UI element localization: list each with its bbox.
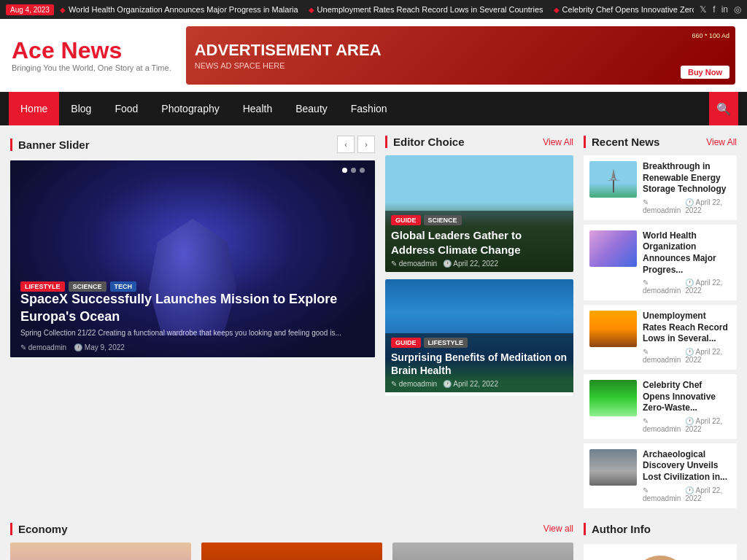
nav-items: Home Blog Food Photography Health Beauty… [9, 92, 399, 125]
slider-dot-2[interactable] [351, 168, 356, 173]
slider-dot-1[interactable] [342, 168, 347, 173]
economy-cards: HEALTH ◆ LIFESTYLE Technique Offers Hope… [10, 542, 573, 561]
logo-subtitle: Bringing You the World, One Story at a T… [12, 63, 171, 72]
tag-science: SCIENCE [69, 281, 107, 292]
recent-news-item-2[interactable]: World Health Organization Announces Majo… [584, 225, 737, 300]
editor-card-2-overlay: GUIDE LIFESTYLE Surprising Benefits of M… [385, 333, 573, 392]
recent-news-meta-4: ✎ demoadmin 🕐 April 22, 2022 [643, 417, 731, 433]
rn-date-3: 🕐 April 22, 2022 [685, 348, 731, 364]
slider-image: LIFESTYLE SCIENCE TECH SpaceX Successful… [10, 160, 375, 357]
header: Ace News Bringing You the World, One Sto… [0, 19, 747, 92]
banner-section-header: Banner Slider ‹ › [10, 136, 375, 153]
economy-card-1-img [10, 542, 191, 561]
editor-card-1-overlay: GUIDE SCIENCE Global Leaders Gather to A… [385, 211, 573, 272]
editor-card-2-date: 🕐 April 22, 2022 [443, 380, 498, 388]
windmill-icon [603, 165, 624, 194]
editor-view-all[interactable]: View All [543, 137, 573, 147]
recent-news-title-4: Celebrity Chef Opens Innovative Zero-Was… [643, 380, 731, 414]
tag-science-1: SCIENCE [424, 215, 462, 225]
recent-thumb-2 [589, 230, 637, 267]
editor-card-1-date: 🕐 April 22, 2022 [443, 260, 498, 268]
main-content: Banner Slider ‹ › LIFESTYLE SCIENCE TECH [0, 125, 747, 523]
recent-section-title: Recent News [584, 136, 659, 148]
rn-author-4: ✎ demoadmin [643, 417, 681, 433]
editor-card-1-title: Global Leaders Gather to Address Climate… [391, 228, 568, 257]
recent-news-content-4: Celebrity Chef Opens Innovative Zero-Was… [643, 380, 731, 433]
bottom-section: Economy View all HEALTH ◆ LIFESTYLE Tech… [0, 523, 747, 561]
nav-item-home[interactable]: Home [9, 92, 59, 125]
editor-card-2-img: GUIDE LIFESTYLE Surprising Benefits of M… [385, 279, 573, 396]
recent-thumb-3 [589, 311, 637, 347]
economy-view-all[interactable]: View all [543, 524, 573, 534]
wind-thumb-bg [589, 161, 637, 198]
slider-tags: LIFESTYLE SCIENCE TECH [20, 281, 136, 292]
recent-thumb-1 [589, 161, 637, 198]
ruin-thumb-bg [589, 449, 637, 486]
rn-author-5: ✎ demoadmin [643, 486, 681, 502]
editor-card-1-author: ✎ demoadmin [391, 260, 437, 268]
ticker-items: ◆ World Health Organization Announces Ma… [60, 5, 694, 14]
editor-card-1-img: GUIDE SCIENCE Global Leaders Gather to A… [385, 155, 573, 272]
author-avatar [631, 556, 689, 561]
nav-item-fashion[interactable]: Fashion [339, 92, 399, 125]
recent-view-all[interactable]: View All [706, 137, 737, 147]
economy-title: Economy [10, 523, 68, 535]
author-box: Jane doe California, USA [584, 544, 737, 561]
linkedin-icon[interactable]: in [721, 4, 728, 15]
facebook-icon[interactable]: f [713, 4, 715, 15]
banner-slider-column: Banner Slider ‹ › LIFESTYLE SCIENCE TECH [10, 136, 375, 513]
nav-item-photography[interactable]: Photography [150, 92, 231, 125]
svg-rect-5 [631, 556, 689, 561]
recent-news-meta-5: ✎ demoadmin 🕐 April 22, 2022 [643, 486, 731, 502]
slider-next-button[interactable]: › [357, 136, 375, 153]
economy-card-3-img: 📱 [392, 542, 573, 561]
nav-item-blog[interactable]: Blog [59, 92, 103, 125]
author-info-column: Author Info Jane doe California, USA [584, 523, 737, 561]
slider-prev-button[interactable]: ‹ [337, 136, 355, 153]
tag-lifestyle: LIFESTYLE [20, 281, 65, 292]
slider-nav: ‹ › [337, 136, 375, 153]
tag-guide-1: GUIDE [391, 215, 421, 225]
nav-item-food[interactable]: Food [103, 92, 150, 125]
editor-card-2-tags: GUIDE LIFESTYLE [391, 338, 568, 348]
recent-news-title-2: World Health Organization Announces Majo… [643, 230, 731, 276]
nav-item-beauty[interactable]: Beauty [284, 92, 339, 125]
editor-card-2: GUIDE LIFESTYLE Surprising Benefits of M… [385, 279, 573, 396]
svg-marker-1 [614, 168, 616, 179]
author-info-title: Author Info [584, 523, 737, 535]
economy-section: Economy View all HEALTH ◆ LIFESTYLE Tech… [10, 523, 573, 561]
ad-buy-button[interactable]: Buy Now [681, 66, 729, 79]
search-icon: 🔍 [716, 102, 731, 116]
editor-card-1-meta: ✎ demoadmin 🕐 April 22, 2022 [391, 260, 568, 268]
economy-card-1: HEALTH ◆ LIFESTYLE Technique Offers Hope… [10, 542, 191, 561]
recent-thumb-5 [589, 449, 637, 486]
recent-news-meta-3: ✎ demoadmin 🕐 April 22, 2022 [643, 348, 731, 364]
rn-author-2: ✎ demoadmin [643, 279, 681, 295]
recent-news-item-4[interactable]: Celebrity Chef Opens Innovative Zero-Was… [584, 374, 737, 439]
recent-news-meta-1: ✎ demoadmin 🕐 April 22, 2022 [643, 198, 731, 214]
economy-card-2-img: 🥽 [201, 542, 382, 561]
recent-thumb-4 [589, 380, 637, 416]
ticker-item: ◆ World Health Organization Announces Ma… [60, 5, 298, 14]
rn-author-3: ✎ demoadmin [643, 348, 681, 364]
ticker-item-3: ◆ Celebrity Chef Opens Innovative Zero-W… [554, 5, 694, 14]
tag-tech: TECH [110, 281, 137, 292]
recent-news-title-1: Breakthrough in Renewable Energy Storage… [643, 161, 731, 195]
recent-news-item-3[interactable]: Unemployment Rates Reach Record Lows in … [584, 305, 737, 370]
editor-card-1-tags: GUIDE SCIENCE [391, 215, 568, 225]
instagram-icon[interactable]: ◎ [734, 4, 741, 15]
nav-item-health[interactable]: Health [231, 92, 284, 125]
recent-news-item-1[interactable]: Breakthrough in Renewable Energy Storage… [584, 155, 737, 220]
search-button[interactable]: 🔍 [709, 92, 738, 125]
editor-card-2-meta: ✎ demoadmin 🕐 April 22, 2022 [391, 380, 568, 388]
banner-slider: LIFESTYLE SCIENCE TECH SpaceX Successful… [10, 160, 375, 357]
recent-news-meta-2: ✎ demoadmin 🕐 April 22, 2022 [643, 279, 731, 295]
twitter-icon[interactable]: 𝕏 [700, 4, 707, 15]
editor-section-title: Editor Choice [385, 136, 465, 148]
recent-news-column: Recent News View All Breakthrough in Ren… [584, 136, 737, 513]
ticker-date: Aug 4, 2023 [6, 4, 54, 15]
recent-news-content-2: World Health Organization Announces Majo… [643, 230, 731, 295]
recent-news-item-5[interactable]: Archaeological Discovery Unveils Lost Ci… [584, 443, 737, 508]
banner-section-title: Banner Slider [10, 139, 90, 151]
slider-dot-3[interactable] [360, 168, 365, 173]
